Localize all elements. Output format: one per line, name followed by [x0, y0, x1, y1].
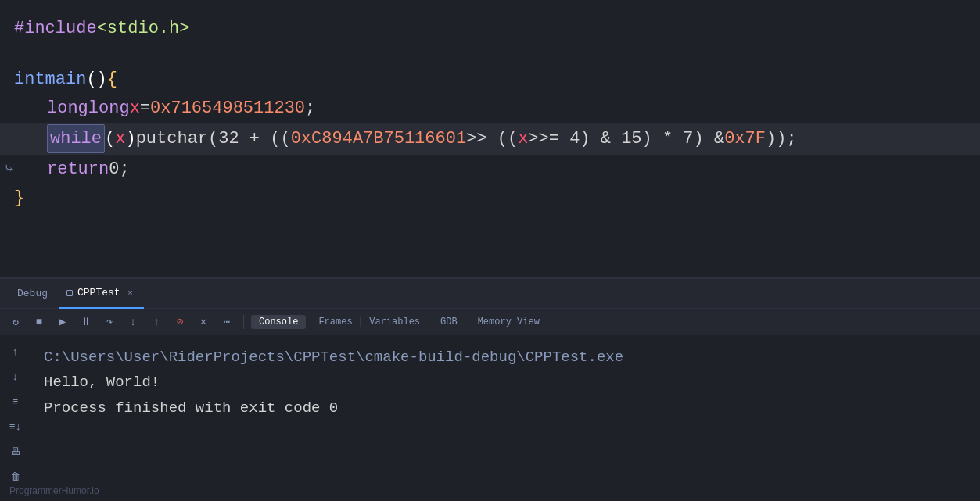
- code-line-while: while ( x ) putchar(32 + (( 0xC894A7B751…: [0, 123, 980, 155]
- step-into-button[interactable]: ↓: [124, 313, 142, 331]
- scroll-up-button[interactable]: ↑: [7, 343, 24, 360]
- tab-frames-label: Frames | Variables: [318, 317, 420, 327]
- tab-bar: Debug CPPTest ×: [0, 279, 980, 309]
- type-int: int: [14, 66, 45, 92]
- hex-value-3: 0x7F: [724, 126, 766, 152]
- sidebar-btn-3[interactable]: ≡: [7, 393, 24, 410]
- func-main: main: [45, 66, 87, 92]
- code-line-include: #include <stdio.h>: [0, 14, 980, 43]
- console-area: ↑ ↓ ≡ ≡↓ 🖶 🗑 C:\Users\User\RiderProjects…: [0, 335, 980, 501]
- keyword-long1: long: [47, 95, 88, 121]
- resume-button[interactable]: ▶: [53, 313, 72, 331]
- tab-debug-label: Debug: [17, 288, 48, 299]
- tab-console[interactable]: Console: [251, 315, 306, 329]
- tab-cpptest-dot: [66, 290, 73, 296]
- keyword-while: while: [47, 124, 105, 153]
- tab-frames-variables[interactable]: Frames | Variables: [311, 315, 428, 329]
- console-sidebar: ↑ ↓ ≡ ≡↓ 🖶 🗑: [0, 338, 31, 498]
- var-x-shift: x: [518, 126, 528, 152]
- close-brace: }: [14, 185, 24, 211]
- open-brace: {: [107, 66, 117, 92]
- clear-button[interactable]: ✕: [194, 313, 213, 331]
- sidebar-btn-4[interactable]: ≡↓: [7, 418, 24, 435]
- tab-console-label: Console: [259, 317, 298, 327]
- toolbar-separator: [243, 315, 244, 329]
- tab-debug[interactable]: Debug: [6, 279, 59, 309]
- watermark: ProgrammerHumor.io: [9, 485, 99, 496]
- code-line-longlong: long long x = 0x7165498511230 ;: [0, 94, 980, 123]
- console-exit: Process finished with exit code 0: [44, 399, 338, 417]
- var-x-while: x: [115, 126, 125, 152]
- editor-area: #include <stdio.h> int main () { long lo…: [0, 0, 980, 277]
- tab-cpptest[interactable]: CPPTest ×: [59, 279, 144, 309]
- console-hello: Hello, World!: [44, 374, 160, 391]
- stop-button[interactable]: ■: [30, 313, 48, 331]
- console-path-line: C:\Users\User\RiderProjects\CPPTest\cmak…: [44, 345, 967, 370]
- hex-value-2: 0xC894A7B75116601: [291, 126, 466, 152]
- step-out-button[interactable]: ↑: [147, 313, 166, 331]
- gutter-arrow: ⤷: [2, 160, 16, 179]
- scroll-down-button[interactable]: ↓: [7, 368, 24, 385]
- keyword-return: return: [47, 156, 109, 182]
- debug-panel: Debug CPPTest × ↻ ■ ▶ ⏸ ↷ ↓ ↑ ⊘ ✕ ⋯ Cons…: [0, 279, 980, 501]
- code-line-return: ⤷ return 0;: [0, 155, 980, 184]
- console-path: C:\Users\User\RiderProjects\CPPTest\cmak…: [44, 349, 623, 366]
- console-exit-line: Process finished with exit code 0: [44, 395, 967, 420]
- more-button[interactable]: ⋯: [217, 313, 236, 331]
- tab-gdb[interactable]: GDB: [433, 315, 465, 329]
- tab-memory-view[interactable]: Memory View: [470, 315, 547, 329]
- restart-button[interactable]: ↻: [6, 313, 25, 331]
- console-hello-line: Hello, World!: [44, 370, 967, 395]
- tab-gdb-label: GDB: [440, 317, 458, 327]
- step-over-button[interactable]: ↷: [100, 313, 119, 331]
- code-line-close-brace: }: [0, 184, 980, 213]
- var-x-decl: x: [130, 95, 140, 121]
- console-output: C:\Users\User\RiderProjects\CPPTest\cmak…: [31, 338, 980, 498]
- sidebar-btn-print[interactable]: 🖶: [7, 443, 24, 460]
- code-line-main: int main () {: [0, 65, 980, 94]
- keyword-long2: long: [88, 95, 130, 121]
- tab-memory-label: Memory View: [478, 317, 540, 327]
- toolbar: ↻ ■ ▶ ⏸ ↷ ↓ ↑ ⊘ ✕ ⋯ Console Frames | Var…: [0, 309, 980, 335]
- sidebar-btn-delete[interactable]: 🗑: [7, 468, 24, 485]
- pause-button[interactable]: ⏸: [77, 313, 95, 331]
- include-header: <stdio.h>: [97, 16, 190, 41]
- hex-value-1: 0x7165498511230: [150, 95, 305, 121]
- tab-cpptest-close[interactable]: ×: [125, 288, 136, 299]
- include-keyword: #include: [14, 16, 97, 41]
- tab-cpptest-label: CPPTest: [77, 287, 120, 299]
- stop-red-button[interactable]: ⊘: [171, 313, 189, 331]
- code-line-blank1: [0, 43, 980, 65]
